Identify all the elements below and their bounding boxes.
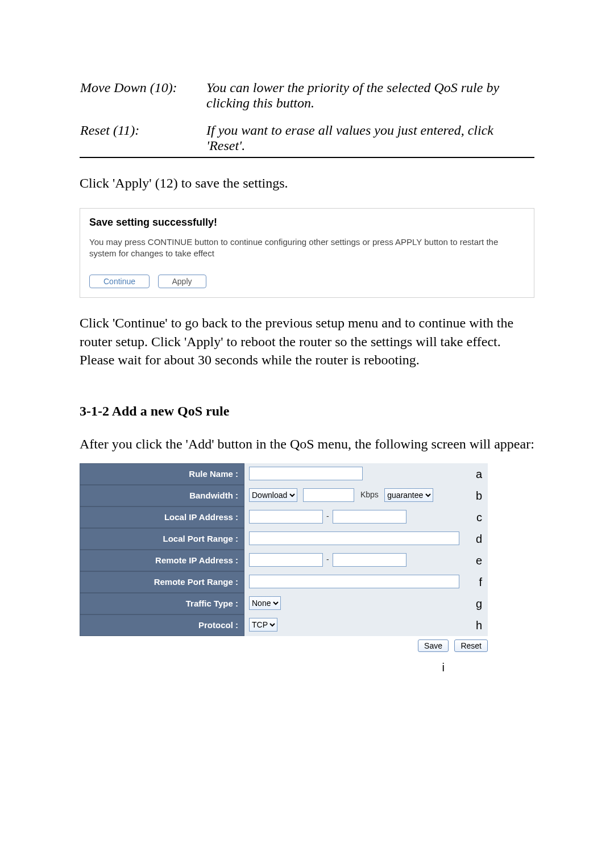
label-remote-ip: Remote IP Address : [80,550,244,571]
cell-bandwidth: Download Kbps guarantee b [244,485,488,506]
row-local-port: Local Port Range : d [80,528,489,550]
apply-hint-text: Click 'Apply' (12) to save the settings. [80,174,534,192]
save-success-panel: Save setting successfully! You may press… [80,208,534,298]
cell-local-port: d [244,528,488,550]
term-move-down: Move Down (10): [80,80,206,122]
row-local-ip: Local IP Address : - c [80,506,489,528]
desc-reset: If you want to erase all values you just… [206,122,534,157]
local-ip-end-input[interactable] [333,510,406,524]
desc-move-down: You can lower the priority of the select… [206,80,534,122]
document-page: Move Down (10): You can lower the priori… [0,0,614,720]
bandwidth-value-input[interactable] [303,488,354,502]
row-bandwidth: Bandwidth : Download Kbps guarantee b [80,485,489,506]
save-button[interactable]: Save [418,639,449,652]
definition-row-move-down: Move Down (10): You can lower the priori… [80,80,534,122]
protocol-select[interactable]: TCP [249,618,277,632]
label-bandwidth: Bandwidth : [80,485,244,506]
row-traffic-type: Traffic Type : None g [80,593,489,614]
row-protocol: Protocol : TCP h [80,614,489,636]
bandwidth-mode-select[interactable]: guarantee [384,488,433,502]
label-protocol: Protocol : [80,614,244,636]
dash-icon: - [325,555,330,564]
cell-rule-name: a [244,463,488,485]
save-success-title: Save setting successfully! [89,217,525,229]
local-ip-start-input[interactable] [249,510,323,524]
cell-protocol: TCP h [244,614,488,636]
label-traffic-type: Traffic Type : [80,593,244,614]
continue-paragraph: Click 'Continue' to go back to the previ… [80,314,534,369]
annotation-g: g [476,597,482,610]
annotation-d: d [476,532,482,545]
save-success-message: You may press CONTINUE button to continu… [89,236,525,259]
cell-remote-ip: - e [244,550,488,571]
definitions-table: Move Down (10): You can lower the priori… [80,80,534,158]
remote-ip-start-input[interactable] [249,553,323,567]
apply-button[interactable]: Apply [158,275,206,288]
bandwidth-unit-text: Kbps [360,490,379,499]
annotation-c: c [476,510,482,524]
annotation-i: i [80,661,489,674]
annotation-h: h [476,618,482,632]
rule-name-input[interactable] [249,467,363,480]
row-footer-buttons: Save Reset [80,636,489,658]
annotation-b: b [476,489,482,502]
cell-local-ip: - c [244,506,488,528]
remote-port-range-input[interactable] [249,575,459,588]
cell-traffic-type: None g [244,593,488,614]
annotation-e: e [476,554,482,567]
bandwidth-direction-select[interactable]: Download [249,488,297,502]
cell-footer: Save Reset [80,636,488,658]
dash-icon: - [325,512,330,521]
traffic-type-select[interactable]: None [249,596,281,610]
local-port-range-input[interactable] [249,531,459,545]
label-local-ip: Local IP Address : [80,506,244,528]
row-rule-name: Rule Name : a [80,463,489,485]
save-success-actions: Continue Apply [89,275,525,288]
definition-row-reset: Reset (11): If you want to erase all val… [80,122,534,157]
row-remote-port: Remote Port Range : f [80,571,489,593]
section-title: 3-1-2 Add a new QoS rule [80,404,534,419]
annotation-f: f [479,575,482,588]
continue-button[interactable]: Continue [89,275,150,288]
section-intro-text: After you click the 'Add' button in the … [80,435,534,453]
label-rule-name: Rule Name : [80,463,244,485]
reset-button[interactable]: Reset [454,639,488,652]
remote-ip-end-input[interactable] [333,553,406,567]
term-reset: Reset (11): [80,122,206,157]
label-local-port: Local Port Range : [80,528,244,550]
qos-rule-form: Rule Name : a Bandwidth : Download Kbps … [80,463,489,674]
annotation-a: a [476,467,482,480]
row-remote-ip: Remote IP Address : - e [80,550,489,571]
label-remote-port: Remote Port Range : [80,571,244,593]
cell-remote-port: f [244,571,488,593]
